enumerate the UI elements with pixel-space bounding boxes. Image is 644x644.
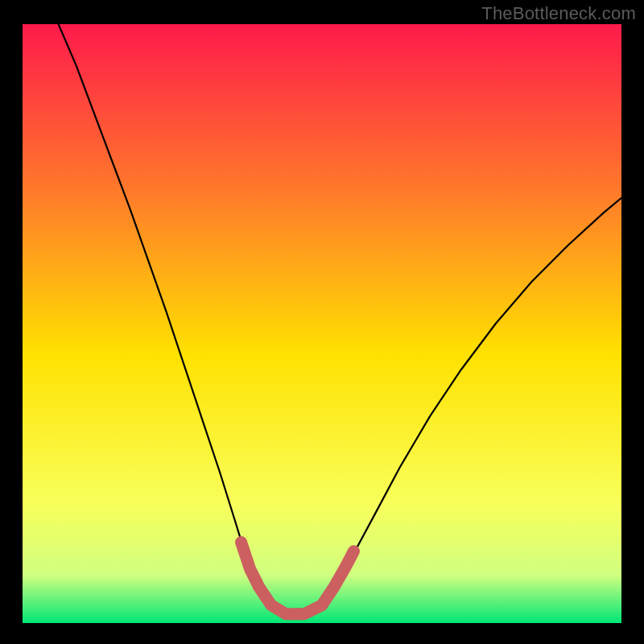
watermark-text: TheBottleneck.com bbox=[481, 3, 636, 24]
chart-frame: TheBottleneck.com bbox=[0, 0, 644, 644]
bottleneck-chart bbox=[23, 24, 621, 623]
gradient-background bbox=[23, 24, 621, 623]
plot-area bbox=[23, 24, 621, 623]
